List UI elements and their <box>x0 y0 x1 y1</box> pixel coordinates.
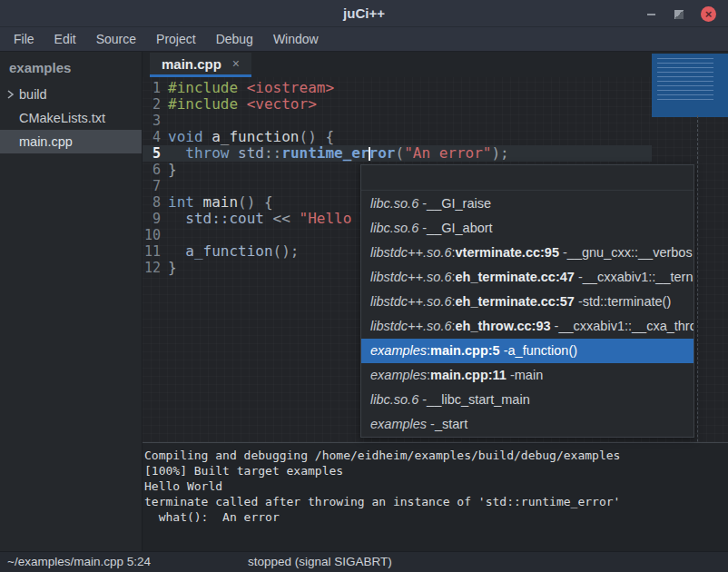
code-text: int main() { <box>168 194 273 211</box>
frame-module: libc.so.6 <box>370 392 418 407</box>
line-number: 10 <box>143 227 168 243</box>
statusbar: ~/examples/main.cpp 5:24 stopped (signal… <box>0 551 728 572</box>
file-path-position: ~/examples/main.cpp 5:24 <box>7 552 151 572</box>
frame-module: libstdc++.so.6 <box>370 270 451 284</box>
titlebar: juCi++ × <box>0 0 728 27</box>
minimap-code-lines <box>657 58 713 102</box>
frame-module: libstdc++.so.6 <box>370 294 451 309</box>
menu-file[interactable]: File <box>4 27 44 52</box>
line-number: 7 <box>143 178 168 194</box>
stack-frame[interactable]: libc.so.6 - __GI_abort <box>361 215 694 240</box>
stack-frame[interactable]: libc.so.6 - __libc_start_main <box>361 388 694 412</box>
code-line-4[interactable]: 4void a_function() { <box>143 129 728 145</box>
frame-module: libc.so.6 <box>370 221 418 235</box>
stack-frame[interactable]: libc.so.6 - __GI_raise <box>361 191 694 215</box>
menu-edit[interactable]: Edit <box>44 27 86 52</box>
menu-debug[interactable]: Debug <box>206 27 263 52</box>
stack-frame-blank <box>361 165 694 191</box>
debug-state: stopped (signal SIGABRT) <box>248 552 392 572</box>
code-text: } <box>168 162 177 178</box>
stack-frame[interactable]: libstdc++.so.6:eh_throw.cc:93 - __cxxabi… <box>361 314 694 339</box>
code-text: #include <vector> <box>168 96 317 113</box>
frame-function: __cxxabiv1::__cxa_thro <box>558 319 694 333</box>
menubar: FileEditSourceProjectDebugWindow <box>0 27 728 52</box>
frame-function: __GI_abort <box>427 221 493 235</box>
line-number: 5 <box>143 145 168 162</box>
line-number: 2 <box>143 96 168 113</box>
frame-file-line: main.cpp:11 <box>430 368 507 382</box>
frame-module: examples <box>370 417 427 431</box>
tab-main-cpp[interactable]: main.cpp × <box>150 53 251 77</box>
menu-source[interactable]: Source <box>86 27 146 52</box>
code-text: #include <iostream> <box>168 80 334 96</box>
line-number: 6 <box>143 162 168 178</box>
console-line: Hello World <box>144 478 728 494</box>
stack-frame[interactable]: libstdc++.so.6:eh_terminate.cc:57 - std:… <box>361 289 694 313</box>
line-number: 3 <box>143 113 168 129</box>
console-line: terminate called after throwing an insta… <box>144 494 728 509</box>
tabbar: main.cpp × <box>143 52 728 77</box>
frame-function: __libc_start_main <box>427 392 530 407</box>
code-line-1[interactable]: 1#include <iostream> <box>143 80 728 96</box>
frame-module: examples <box>370 343 427 358</box>
minimap-viewport[interactable] <box>652 54 728 117</box>
sidebar-item-cmakelists-txt[interactable]: CMakeLists.txt <box>0 106 142 130</box>
frame-file-line: eh_terminate.cc:57 <box>456 294 575 309</box>
line-number: 9 <box>143 211 168 227</box>
line-number: 4 <box>143 129 168 145</box>
stack-frame[interactable]: libstdc++.so.6:eh_terminate.cc:47 - __cx… <box>361 264 694 289</box>
frame-file-line: eh_terminate.cc:47 <box>456 270 575 284</box>
frame-function: std::terminate() <box>583 294 672 309</box>
code-text: std::cout << "Hello W <box>168 211 369 227</box>
window-title: juCi++ <box>0 0 728 27</box>
line-number: 11 <box>143 243 168 260</box>
console-line: [100%] Built target examples <box>144 463 728 478</box>
tab-close-icon[interactable]: × <box>232 56 240 71</box>
frame-module: libc.so.6 <box>370 196 418 211</box>
line-number: 1 <box>143 80 168 96</box>
frame-file-line: vterminate.cc:95 <box>456 245 559 260</box>
sidebar-item-label: CMakeLists.txt <box>19 106 105 130</box>
minimize-icon[interactable] <box>644 6 659 22</box>
code-text: a_function(); <box>168 243 300 260</box>
menu-window[interactable]: Window <box>263 27 329 52</box>
frame-function: main <box>515 368 543 382</box>
menu-project[interactable]: Project <box>146 27 206 52</box>
restore-icon[interactable] <box>671 6 686 22</box>
close-icon[interactable]: × <box>701 6 716 22</box>
sidebar-item-build[interactable]: build <box>0 83 142 106</box>
frame-function: __gnu_cxx::__verbos <box>567 245 693 260</box>
code-line-5[interactable]: 5 throw std::runtime_error("An error"); <box>143 145 728 162</box>
stack-frame[interactable]: examples:main.cpp:5 - a_function() <box>361 339 694 363</box>
code-text: void a_function() { <box>168 129 334 145</box>
sidebar-item-label: build <box>19 83 47 106</box>
frame-function: __GI_raise <box>427 196 491 211</box>
code-line-2[interactable]: 2#include <vector> <box>143 96 728 113</box>
stack-frame[interactable]: libstdc++.so.6:vterminate.cc:95 - __gnu_… <box>361 240 694 264</box>
frame-function: a_function() <box>508 343 578 358</box>
code-line-3[interactable]: 3 <box>143 113 728 129</box>
code-text: } <box>168 260 177 276</box>
frame-file-line: eh_throw.cc:93 <box>456 319 551 333</box>
frame-module: examples <box>370 368 427 382</box>
file-tree: buildCMakeLists.txtmain.cpp <box>0 83 142 153</box>
console-output: Compiling and debugging /home/eidheim/ex… <box>143 442 728 551</box>
sidebar-item-main-cpp[interactable]: main.cpp <box>0 130 142 153</box>
console-line: Compiling and debugging /home/eidheim/ex… <box>144 448 728 463</box>
project-name: examples <box>0 52 142 83</box>
sidebar-item-label: main.cpp <box>19 130 73 153</box>
frame-function: _start <box>435 417 467 431</box>
chevron-right-icon[interactable] <box>6 90 19 99</box>
stack-trace-popup: libc.so.6 - __GI_raiselibc.so.6 - __GI_a… <box>360 164 694 438</box>
file-tree-sidebar: examples buildCMakeLists.txtmain.cpp <box>0 52 143 551</box>
line-number: 12 <box>143 260 168 276</box>
tab-label: main.cpp <box>162 56 221 72</box>
frame-module: libstdc++.so.6 <box>370 319 451 333</box>
console-line: what(): An error <box>144 509 728 525</box>
frame-file-line: main.cpp:5 <box>430 343 500 358</box>
stack-frame[interactable]: examples:main.cpp:11 - main <box>361 363 694 388</box>
stack-frame[interactable]: examples - _start <box>361 412 694 437</box>
code-text: throw std::runtime_error("An error"); <box>168 145 509 162</box>
frame-function: __cxxabiv1::__tern <box>583 270 694 284</box>
frame-module: libstdc++.so.6 <box>370 245 451 260</box>
